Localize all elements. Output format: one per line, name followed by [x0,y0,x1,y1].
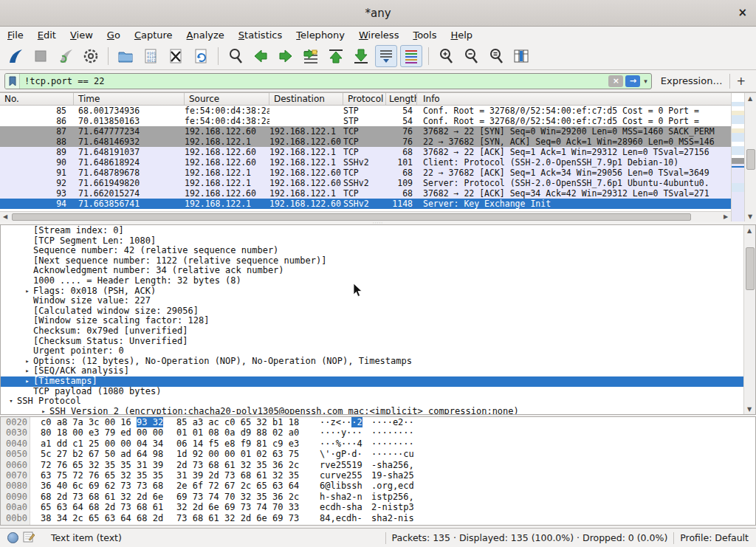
add-filter-button[interactable]: + [736,75,746,88]
menu-item[interactable]: Go [107,30,120,41]
ascii-1[interactable]: h-sha2-n [320,492,365,502]
stop-capture-icon[interactable] [30,45,52,67]
zoom-reset-icon[interactable] [485,45,507,67]
menu-item[interactable]: Analyze [187,30,224,41]
column-header-length[interactable]: Length [386,93,417,105]
detail-line[interactable]: Window size value: 227 [1,296,743,306]
ascii-1[interactable]: 6@libssh [320,481,365,491]
ascii-1[interactable]: ····y··· [320,427,365,438]
detail-line[interactable]: ▸ Flags: 0x018 (PSH, ACK) [1,286,743,297]
capture-comment-icon[interactable] [23,531,35,545]
ascii-1[interactable]: curve255 [320,470,365,481]
ascii-1[interactable]: rve25519 [320,460,365,470]
expand-triangle-icon[interactable] [21,226,33,236]
scroll-up-icon[interactable]: ▲ [744,225,755,235]
packet-minimap[interactable] [731,93,744,221]
packet-row[interactable]: 92 71.661949820 192.168.122.1 192.168.12… [0,178,731,188]
packet-row[interactable]: 86 70.013850163 fe:54:00:d4:38:2a STP 54… [0,116,731,126]
expand-triangle-icon[interactable]: ▸ [21,376,33,387]
ascii-1[interactable]: 84,ecdh- [320,513,365,523]
zoom-out-icon[interactable] [460,45,482,67]
ascii-1[interactable]: ··z<···2 [320,417,365,427]
hex-bytes-2[interactable]: 2e 6f 72 67 2c 65 63 64 [176,481,303,491]
expand-triangle-icon[interactable] [21,246,33,256]
hex-bytes-1[interactable]: 65 63 64 68 2d 73 68 61 [41,502,168,512]
column-header-no[interactable]: No. [0,93,74,105]
detail-line[interactable]: [TCP Segment Len: 1080] [1,236,743,247]
profile-button[interactable]: Profile: Default [680,532,749,543]
detail-line[interactable]: ▸ Options: (12 bytes), No-Operation (NOP… [1,357,743,367]
hex-bytes-1[interactable]: a1 dd c1 25 00 00 04 34 [41,438,168,449]
expand-triangle-icon[interactable] [21,266,33,276]
ascii-2[interactable]: istp256, [371,492,414,502]
go-to-packet-icon[interactable] [300,45,322,67]
menu-item[interactable]: Statistics [238,30,282,41]
hex-bytes-1[interactable]: 80 18 00 e3 79 ed 00 00 [41,427,168,438]
expand-triangle-icon[interactable] [21,316,33,326]
ascii-2[interactable]: .org,ecd [371,481,414,491]
hex-bytes-1[interactable]: 68 2d 73 68 61 32 2d 6e [41,492,168,502]
restart-capture-icon[interactable] [55,45,77,67]
detail-line[interactable]: Sequence number: 42 (relative sequence n… [1,246,743,256]
filter-dropdown-icon[interactable]: ▾ [644,78,647,85]
hex-row[interactable]: 0050 5c 27 b2 67 50 ad 64 98 1d 92 00 00… [1,449,755,459]
menu-item[interactable]: Help [450,30,472,41]
start-capture-icon[interactable] [4,45,27,67]
detail-line[interactable]: Urgent pointer: 0 [1,346,743,357]
filter-apply-icon[interactable]: → [625,75,640,87]
go-back-icon[interactable] [250,45,272,67]
go-last-icon[interactable] [350,45,372,67]
menu-item[interactable]: Wireless [359,30,399,41]
menu-item[interactable]: View [70,30,93,41]
details-scroll-thumb[interactable] [746,247,755,290]
open-file-icon[interactable] [114,45,137,67]
scroll-right-icon[interactable]: ▶ [721,212,731,222]
detail-line[interactable]: Acknowledgment number: 34 (relative ack … [1,266,743,276]
vscroll-thumb[interactable] [746,149,755,170]
ascii-2[interactable]: 19-sha25 [371,470,414,481]
expand-triangle-icon[interactable]: ▸ [21,286,33,297]
display-filter-field[interactable]: × → ▾ [4,73,652,89]
detail-line[interactable]: [Next sequence number: 1122 (relative se… [1,256,743,266]
hex-bytes-2[interactable]: 2d 73 68 61 32 35 36 2c [176,460,303,470]
detail-line[interactable]: ▸ SSH Version 2 (encryption:chacha20-pol… [1,407,743,414]
packet-row[interactable]: 87 71.647777234 192.168.122.60 192.168.1… [0,126,731,137]
hex-bytes-2[interactable]: 31 39 2d 73 68 61 32 35 [176,470,303,481]
detail-line[interactable]: ▾ SSH Protocol [1,396,743,407]
hex-bytes-1[interactable]: 63 75 72 76 65 32 35 35 [41,470,168,481]
menu-item[interactable]: Tools [413,30,436,41]
expand-triangle-icon[interactable] [21,276,33,286]
packet-row[interactable]: 93 71.662015274 192.168.122.60 192.168.1… [0,188,731,199]
column-header-info[interactable]: Info [417,93,731,105]
column-header-protocol[interactable]: Protocol [343,93,386,105]
display-filter-input[interactable] [20,76,608,86]
go-first-icon[interactable] [325,45,347,67]
expand-triangle-icon[interactable] [21,326,33,337]
expand-triangle-icon[interactable] [21,236,33,247]
capture-options-icon[interactable] [80,45,102,67]
menu-item[interactable]: Capture [134,30,173,41]
hex-bytes-1[interactable]: 38 34 2c 65 63 64 68 2d [41,513,168,523]
expert-info-icon[interactable] [7,532,18,543]
ascii-2[interactable]: -sha256, [371,460,414,470]
save-file-icon[interactable]: 010101100011 [140,45,162,67]
reload-file-icon[interactable] [190,45,212,67]
menu-item[interactable]: Edit [38,30,56,41]
hex-row[interactable]: 0020 c0 a8 7a 3c 00 16 93 32 85 a3 ac c0… [1,417,755,427]
expand-triangle-icon[interactable] [21,306,33,317]
scroll-up-icon[interactable]: ▲ [745,93,755,103]
packet-row[interactable]: 85 68.001734936 fe:54:00:d4:38:2a STP 54… [0,106,731,116]
menu-item[interactable]: File [7,30,24,41]
packet-row[interactable]: 88 71.648146932 192.168.122.1 192.168.12… [0,137,731,147]
hex-bytes-2[interactable]: 69 73 74 70 32 35 36 2c [176,492,303,502]
ascii-2[interactable]: 2-nistp3 [371,502,414,512]
scroll-left-icon[interactable]: ◀ [0,212,10,222]
packet-list-vscrollbar[interactable]: ▲ ▼ [744,93,756,221]
expand-triangle-icon[interactable]: ▾ [5,396,17,407]
packet-row[interactable]: 91 71.648789678 192.168.122.1 192.168.12… [0,168,731,178]
expand-triangle-icon[interactable] [21,256,33,266]
auto-scroll-icon[interactable] [375,45,397,67]
ascii-1[interactable]: \'·gP·d· [320,449,365,459]
detail-line[interactable]: [Stream index: 0] [1,226,743,236]
find-packet-icon[interactable] [224,45,247,67]
